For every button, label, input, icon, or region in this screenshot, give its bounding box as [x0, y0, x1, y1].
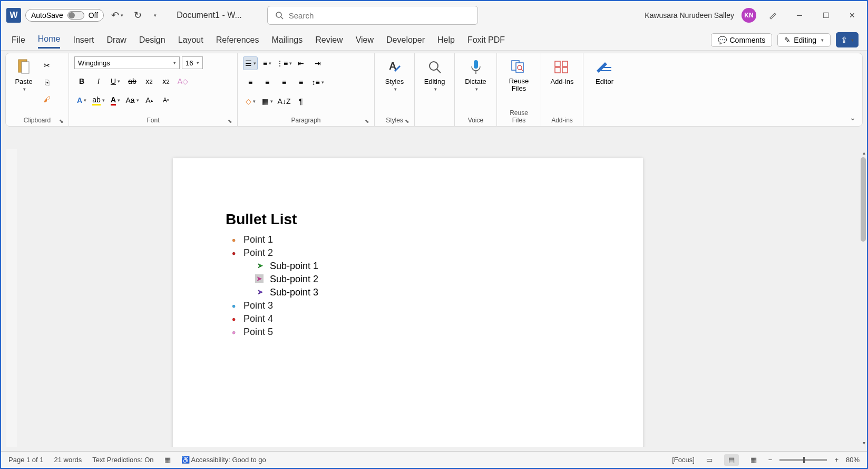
decrease-indent-button[interactable]: ⇤ [294, 56, 308, 70]
clear-formatting-button[interactable]: A◇ [175, 74, 190, 88]
launcher-icon[interactable]: ⬊ [228, 118, 232, 124]
cut-button[interactable]: ✂ [40, 59, 54, 72]
text-effects-button[interactable]: A▾ [74, 93, 89, 107]
show-marks-button[interactable]: ¶ [294, 94, 308, 108]
addins-button[interactable]: Add-ins [547, 56, 577, 87]
text-predictions-status[interactable]: Text Predictions: On [92, 456, 153, 464]
multilevel-list-button[interactable]: ⋮≡▾ [277, 56, 291, 70]
scroll-up-icon[interactable]: ▴ [863, 150, 865, 156]
align-left-button[interactable]: ≡ [243, 75, 258, 89]
document-heading[interactable]: Bullet List [226, 211, 590, 228]
word-count[interactable]: 21 words [54, 456, 82, 464]
bullet-item[interactable]: ●Point 1 [243, 233, 590, 246]
web-layout-button[interactable]: ▦ [746, 454, 761, 466]
scroll-down-icon[interactable]: ▾ [863, 440, 865, 446]
tab-mailings[interactable]: Mailings [272, 32, 303, 48]
shrink-font-button[interactable]: A▾ [159, 93, 173, 107]
launcher-icon[interactable]: ⬊ [405, 118, 409, 124]
tab-references[interactable]: References [216, 32, 259, 48]
macro-icon[interactable]: ▦ [164, 456, 171, 464]
read-mode-button[interactable]: ▭ [702, 454, 717, 466]
tab-foxit-pdf[interactable]: Foxit PDF [467, 32, 505, 48]
align-right-button[interactable]: ≡ [277, 75, 291, 89]
bullet-item[interactable]: ●Point 5 [243, 326, 590, 339]
focus-mode-button[interactable]: [Focus] [672, 456, 695, 464]
autosave-toggle[interactable]: AutoSave Off [25, 9, 104, 22]
vertical-ruler[interactable] [6, 149, 17, 447]
numbering-button[interactable]: ≡▾ [260, 56, 275, 70]
paste-button[interactable]: Paste ▾ [11, 56, 36, 93]
launcher-icon[interactable]: ⬊ [59, 118, 63, 124]
minimize-button[interactable]: ─ [790, 6, 809, 25]
coming-soon-icon[interactable] [764, 6, 783, 25]
tab-help[interactable]: Help [437, 32, 455, 48]
tab-review[interactable]: Review [315, 32, 343, 48]
tab-developer[interactable]: Developer [386, 32, 425, 48]
tab-home[interactable]: Home [38, 31, 61, 49]
comments-button[interactable]: 💬 Comments [711, 33, 773, 47]
tab-file[interactable]: File [12, 32, 25, 48]
user-avatar[interactable]: KN [742, 8, 756, 23]
undo-button[interactable]: ↶ ▾ [108, 9, 126, 21]
tab-view[interactable]: View [356, 32, 374, 48]
justify-button[interactable]: ≡ [294, 75, 308, 89]
editor-button[interactable]: Editor [592, 56, 617, 87]
customize-qat-button[interactable]: ▾ [149, 13, 160, 18]
tab-draw[interactable]: Draw [106, 32, 126, 48]
zoom-slider[interactable] [779, 459, 827, 461]
subscript-button[interactable]: x2 [142, 74, 157, 88]
format-painter-button[interactable]: 🖌 [40, 92, 54, 106]
sort-button[interactable]: A↓Z [277, 94, 291, 108]
bullet-item[interactable]: ●Point 3 [243, 299, 590, 312]
bullets-button[interactable]: ☰▾ [243, 56, 258, 70]
print-layout-button[interactable]: ▤ [724, 454, 739, 466]
change-case-button[interactable]: Aa▾ [125, 93, 140, 107]
superscript-button[interactable]: x2 [159, 74, 173, 88]
line-spacing-button[interactable]: ↕≡▾ [310, 75, 325, 89]
align-center-button[interactable]: ≡ [260, 75, 275, 89]
bullet-item[interactable]: ●Point 2 [243, 246, 590, 260]
italic-button[interactable]: I [91, 74, 106, 88]
underline-button[interactable]: U▾ [108, 74, 123, 88]
maximize-button[interactable]: ☐ [816, 6, 835, 25]
highlight-button[interactable]: ab▾ [91, 93, 106, 107]
editing-button[interactable]: Editing▾ [421, 56, 448, 93]
launcher-icon[interactable]: ⬊ [365, 118, 369, 124]
horizontal-ruler[interactable] [1, 129, 867, 139]
sub-bullet-item[interactable]: ➤Sub-point 1 [270, 260, 590, 273]
font-size-combo[interactable]: 16▾ [182, 56, 203, 69]
user-name[interactable]: Kawusara Nurudeen Salley [645, 11, 734, 20]
page[interactable]: Bullet List ●Point 1●Point 2➤Sub-point 1… [173, 158, 643, 447]
editing-mode-button[interactable]: ✎ Editing ▾ [777, 33, 831, 47]
sub-bullet-item[interactable]: ➤Sub-point 2 [270, 273, 590, 286]
accessibility-status[interactable]: ♿ Accessibility: Good to go [181, 456, 266, 464]
document-area[interactable]: Bullet List ●Point 1●Point 2➤Sub-point 1… [17, 149, 860, 447]
reuse-files-button[interactable]: Reuse Files [502, 56, 535, 94]
search-input[interactable] [289, 11, 470, 20]
collapse-ribbon-button[interactable]: ⌄ [850, 113, 856, 122]
zoom-in-button[interactable]: + [834, 456, 838, 464]
sub-bullet-item[interactable]: ➤Sub-point 3 [270, 286, 590, 299]
bold-button[interactable]: B [74, 74, 89, 88]
dictate-button[interactable]: Dictate▾ [462, 56, 489, 93]
grow-font-button[interactable]: A▴ [142, 93, 157, 107]
bullet-item[interactable]: ●Point 4 [243, 312, 590, 326]
share-button[interactable]: ⇪▾ [836, 32, 859, 47]
font-color-button[interactable]: A▾ [108, 93, 123, 107]
vertical-scrollbar[interactable]: ▴ ▾ [860, 149, 867, 447]
close-button[interactable]: ✕ [843, 6, 862, 25]
zoom-level[interactable]: 80% [846, 456, 860, 464]
tab-insert[interactable]: Insert [73, 32, 94, 48]
strikethrough-button[interactable]: ab [125, 74, 140, 88]
zoom-out-button[interactable]: − [768, 456, 773, 464]
shading-button[interactable]: ◇▾ [243, 94, 258, 108]
search-box[interactable] [267, 6, 478, 25]
increase-indent-button[interactable]: ⇥ [310, 56, 325, 70]
tab-layout[interactable]: Layout [178, 32, 203, 48]
tab-design[interactable]: Design [139, 32, 165, 48]
page-indicator[interactable]: Page 1 of 1 [8, 456, 44, 464]
redo-button[interactable]: ↻ [131, 9, 145, 21]
font-name-combo[interactable]: Wingdings▾ [74, 56, 180, 69]
styles-button[interactable]: A Styles▾ [382, 56, 407, 93]
copy-button[interactable]: ⎘ [40, 75, 54, 89]
